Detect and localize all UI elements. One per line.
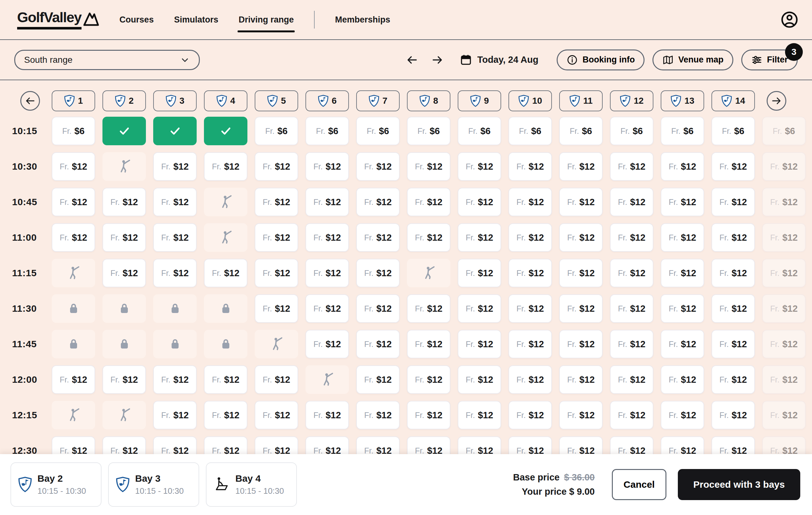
slot-available[interactable]: Fr. $12 (407, 188, 451, 216)
slot-available[interactable]: Fr. $6 (559, 117, 603, 145)
slot-available[interactable]: Fr. $12 (458, 294, 501, 323)
range-select[interactable]: South range (14, 50, 200, 70)
slot-available[interactable]: Fr. $12 (712, 223, 755, 252)
slot-available[interactable]: Fr. $12 (103, 436, 146, 454)
slot-available[interactable]: Fr. $12 (661, 223, 704, 252)
slot-available[interactable]: Fr. $12 (153, 401, 197, 429)
slot-available[interactable]: Fr. $12 (559, 259, 603, 287)
nav-item-memberships[interactable]: Memberships (335, 15, 390, 25)
slot-available[interactable]: Fr. $12 (458, 436, 501, 454)
slot-available[interactable]: Fr. $12 (509, 436, 552, 454)
slot-available[interactable]: Fr. $12 (407, 294, 451, 323)
slot-available[interactable]: Fr. $6 (458, 117, 501, 145)
slot-available[interactable]: Fr. $12 (356, 294, 400, 323)
slot-available[interactable]: Fr. $6 (255, 117, 298, 145)
slot-available[interactable]: Fr. $12 (407, 401, 451, 429)
slot-available[interactable]: Fr. $12 (306, 294, 349, 323)
bay-chip-2[interactable]: 2 (103, 90, 146, 111)
slot-available[interactable]: Fr. $12 (255, 294, 298, 323)
slot-available[interactable]: Fr. $12 (559, 188, 603, 216)
slot-available[interactable]: Fr. $12 (356, 259, 400, 287)
slot-available[interactable]: Fr. $12 (103, 259, 146, 287)
slot-available[interactable]: Fr. $6 (762, 117, 806, 145)
slot-available[interactable]: Fr. $12 (52, 152, 95, 181)
slot-available[interactable]: Fr. $12 (762, 294, 806, 323)
selected-bay-card-2[interactable]: Bay 3 10:15 - 10:30 (108, 462, 199, 507)
slot-available[interactable]: Fr. $12 (255, 188, 298, 216)
slot-available[interactable]: Fr. $12 (153, 436, 197, 454)
slot-available[interactable]: Fr. $12 (356, 436, 400, 454)
slot-available[interactable]: Fr. $12 (509, 401, 552, 429)
slot-available[interactable]: Fr. $12 (661, 259, 704, 287)
bay-chip-12[interactable]: 12 (610, 90, 654, 111)
slot-available[interactable]: Fr. $12 (153, 223, 197, 252)
slot-available[interactable]: Fr. $12 (559, 330, 603, 358)
slot-available[interactable]: Fr. $12 (407, 152, 451, 181)
slot-available[interactable]: Fr. $12 (661, 188, 704, 216)
slot-available[interactable]: Fr. $12 (661, 401, 704, 429)
bay-chip-8[interactable]: 8 (407, 90, 451, 111)
slot-available[interactable]: Fr. $12 (458, 152, 501, 181)
slot-available[interactable]: Fr. $6 (356, 117, 400, 145)
booking-info-button[interactable]: Booking info (557, 50, 644, 70)
slot-available[interactable]: Fr. $12 (407, 365, 451, 394)
slot-available[interactable]: Fr. $12 (103, 188, 146, 216)
bay-chip-1[interactable]: 1 (52, 90, 95, 111)
slot-available[interactable]: Fr. $12 (255, 365, 298, 394)
slot-available[interactable]: Fr. $12 (255, 152, 298, 181)
slot-available[interactable]: Fr. $12 (509, 152, 552, 181)
scroll-bays-left-button[interactable] (20, 91, 40, 111)
slot-available[interactable]: Fr. $12 (509, 188, 552, 216)
slot-available[interactable]: Fr. $12 (610, 365, 654, 394)
slot-available[interactable]: Fr. $12 (407, 223, 451, 252)
slot-available[interactable]: Fr. $12 (509, 330, 552, 358)
slot-available[interactable]: Fr. $12 (509, 365, 552, 394)
slot-available[interactable]: Fr. $12 (153, 365, 197, 394)
venue-map-button[interactable]: Venue map (652, 50, 733, 70)
slot-available[interactable]: Fr. $12 (762, 401, 806, 429)
slot-available[interactable]: Fr. $12 (610, 436, 654, 454)
slot-available[interactable]: Fr. $12 (712, 330, 755, 358)
bay-chip-14[interactable]: 14 (712, 90, 755, 111)
slot-available[interactable]: Fr. $12 (306, 188, 349, 216)
slot-available[interactable]: Fr. $12 (52, 223, 95, 252)
next-day-button[interactable] (431, 54, 444, 66)
slot-available[interactable]: Fr. $12 (712, 436, 755, 454)
slot-available[interactable]: Fr. $12 (52, 365, 95, 394)
slot-available[interactable]: Fr. $12 (762, 365, 806, 394)
slot-available[interactable]: Fr. $12 (610, 294, 654, 323)
nav-item-simulators[interactable]: Simulators (174, 15, 219, 25)
slot-available[interactable]: Fr. $12 (255, 259, 298, 287)
proceed-button[interactable]: Proceed with 3 bays (678, 469, 800, 500)
slot-available[interactable]: Fr. $12 (712, 259, 755, 287)
slot-available[interactable]: Fr. $12 (559, 223, 603, 252)
slot-available[interactable]: Fr. $12 (52, 188, 95, 216)
slot-selected[interactable] (103, 117, 146, 145)
nav-item-driving-range[interactable]: Driving range (238, 15, 294, 25)
scroll-bays-right-button[interactable] (766, 91, 786, 111)
slot-available[interactable]: Fr. $12 (762, 188, 806, 216)
slot-available[interactable]: Fr. $6 (52, 117, 95, 145)
selected-bay-card-1[interactable]: Bay 2 10:15 - 10:30 (10, 462, 102, 507)
slot-available[interactable]: Fr. $12 (509, 294, 552, 323)
slot-available[interactable]: Fr. $12 (458, 365, 501, 394)
slot-available[interactable]: Fr. $12 (52, 436, 95, 454)
slot-available[interactable]: Fr. $12 (762, 152, 806, 181)
slot-available[interactable]: Fr. $12 (509, 223, 552, 252)
slot-available[interactable]: Fr. $12 (712, 152, 755, 181)
bay-chip-3[interactable]: 3 (153, 90, 197, 111)
slot-available[interactable]: Fr. $12 (204, 152, 248, 181)
slot-available[interactable]: Fr. $12 (661, 294, 704, 323)
nav-item-courses[interactable]: Courses (120, 15, 154, 25)
slot-selected[interactable] (153, 117, 197, 145)
slot-available[interactable]: Fr. $12 (204, 365, 248, 394)
slot-available[interactable]: Fr. $12 (458, 330, 501, 358)
slot-available[interactable]: Fr. $12 (306, 152, 349, 181)
slot-available[interactable]: Fr. $12 (559, 401, 603, 429)
slot-available[interactable]: Fr. $12 (306, 223, 349, 252)
slot-available[interactable]: Fr. $12 (204, 401, 248, 429)
bay-chip-4[interactable]: 4 (204, 90, 248, 111)
slot-available[interactable]: Fr. $12 (712, 294, 755, 323)
slot-available[interactable]: Fr. $12 (509, 259, 552, 287)
bay-chip-7[interactable]: 7 (356, 90, 400, 111)
